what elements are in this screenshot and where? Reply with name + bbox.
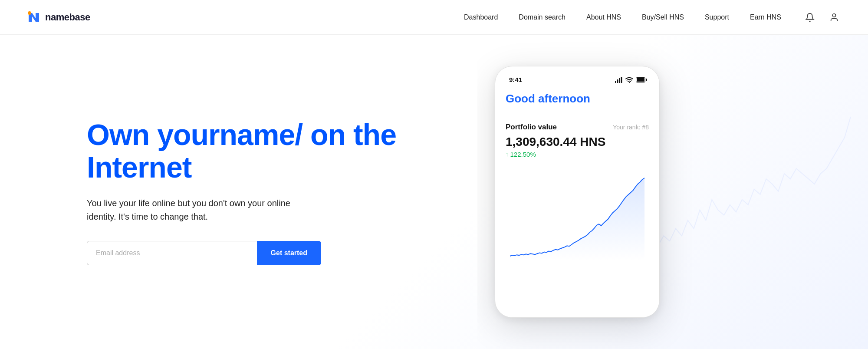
nav-links: Dashboard Domain search About HNS Buy/Se… [464,13,781,21]
svg-rect-2 [615,81,616,83]
phone-greeting: Good afternoon [506,92,649,105]
phone-content: Good afternoon Portfolio value Your rank… [506,88,649,267]
portfolio-header: Portfolio value Your rank: #8 [506,123,649,132]
svg-rect-4 [619,78,620,83]
svg-point-0 [28,11,31,15]
wifi-icon [625,77,633,83]
nav-item-support[interactable]: Support [705,13,729,21]
bell-icon [805,13,815,22]
portfolio-change-value: 122.50% [510,151,536,158]
nav-icons [802,10,842,25]
phone-time: 9:41 [509,76,522,83]
user-icon [829,13,839,22]
portfolio-label: Portfolio value [506,123,557,132]
phone-status-bar: 9:41 [506,73,649,88]
portfolio-card: Portfolio value Your rank: #8 1,309,630.… [506,116,649,165]
hero-left: Own yourname/ on the Internet You live y… [0,35,477,349]
notification-button[interactable] [802,10,818,25]
hero-cta: Get started [87,241,321,265]
logo-text: namebase [45,12,90,23]
portfolio-rank: Your rank: #8 [613,124,649,131]
email-input[interactable] [87,241,257,265]
get-started-button[interactable]: Get started [257,241,321,265]
nav-item-domain-search[interactable]: Domain search [519,13,566,21]
signal-icon [615,77,623,83]
phone-status-icons [615,77,645,83]
svg-point-6 [629,82,630,82]
phone-chart [506,174,649,260]
phone-mockup: 9:41 [495,66,660,318]
svg-rect-3 [617,79,618,83]
hero-section: Own yourname/ on the Internet You live y… [0,35,868,349]
user-button[interactable] [826,10,842,25]
svg-point-1 [832,13,835,16]
nav-item-buy-sell-hns[interactable]: Buy/Sell HNS [642,13,684,21]
nav-item-earn-hns[interactable]: Earn HNS [750,13,781,21]
navigation: namebase Dashboard Domain search About H… [0,0,868,35]
nav-item-dashboard[interactable]: Dashboard [464,13,498,21]
hero-title: Own yourname/ on the Internet [87,119,443,184]
svg-rect-5 [621,77,622,83]
logo-icon [26,10,42,25]
hero-right: 9:41 [477,35,868,349]
portfolio-change: ↑ 122.50% [506,151,649,158]
hero-subtitle: You live your life online but you don't … [87,197,295,224]
logo[interactable]: namebase [26,10,90,25]
up-arrow-icon: ↑ [506,151,509,158]
portfolio-value: 1,309,630.44 HNS [506,135,649,149]
battery-icon [636,77,645,82]
nav-item-about-hns[interactable]: About HNS [586,13,621,21]
